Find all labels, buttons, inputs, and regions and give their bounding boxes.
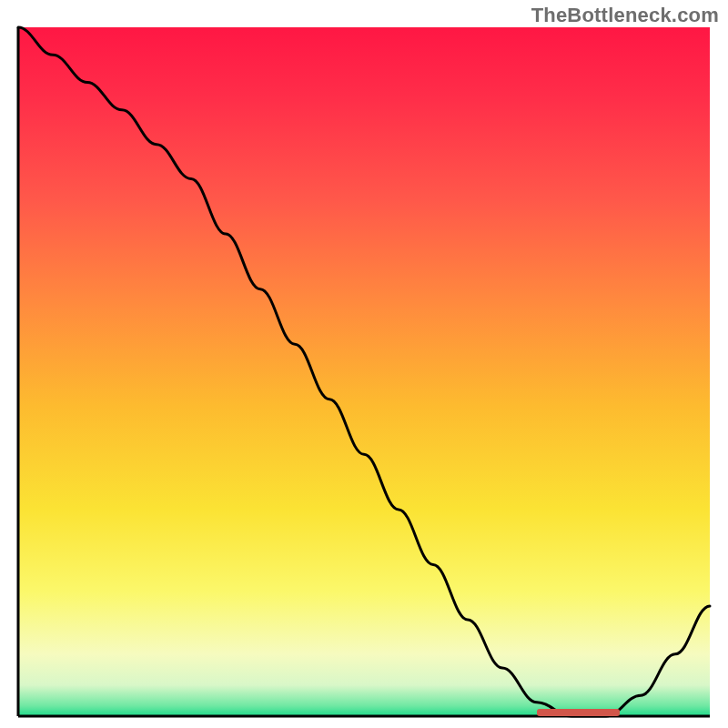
optimal-range-marker <box>537 709 620 716</box>
chart-canvas: TheBottleneck.com <box>0 0 728 728</box>
plot-background <box>18 27 710 716</box>
chart-svg <box>0 0 728 728</box>
watermark-label: TheBottleneck.com <box>531 4 719 27</box>
